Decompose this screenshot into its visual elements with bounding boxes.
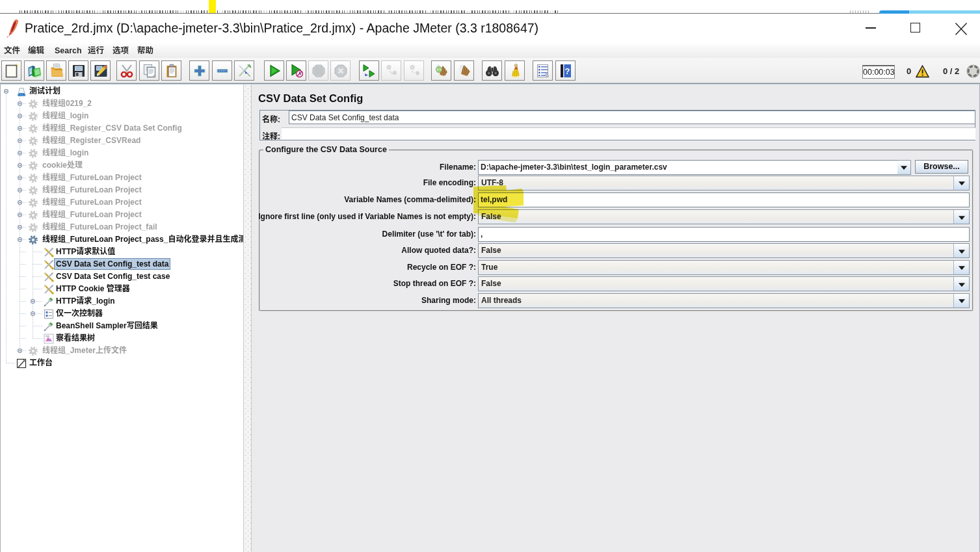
svg-text:?: ? [564,66,570,76]
